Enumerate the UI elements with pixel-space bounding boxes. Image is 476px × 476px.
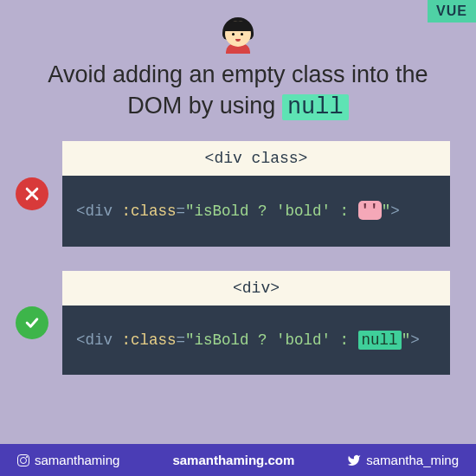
twitter-icon: [347, 453, 361, 467]
website-link[interactable]: samanthaming.com: [172, 453, 294, 467]
title-highlight-null: null: [282, 94, 349, 120]
framework-badge: VUE: [428, 0, 476, 23]
instagram-handle[interactable]: samanthaming: [17, 453, 119, 467]
good-code-block: <div :class="isBold ? 'bold' : null">: [62, 306, 450, 375]
empty-string-badge: '': [358, 201, 382, 220]
title-text: Avoid adding an empty class into the DOM…: [48, 61, 428, 119]
tip-title: Avoid adding an empty class into the DOM…: [35, 59, 441, 124]
good-example: <div> <div :class="isBold ? 'bold' : nul…: [62, 271, 450, 375]
cross-icon: [16, 177, 48, 210]
bad-example: <div class> <div :class="isBold ? 'bold'…: [62, 141, 450, 247]
null-badge: null: [358, 331, 402, 350]
author-avatar: [221, 16, 255, 50]
check-icon: [16, 306, 48, 339]
bad-output-label: <div class>: [62, 141, 450, 176]
footer-bar: samanthaming samanthaming.com samantha_m…: [0, 444, 476, 476]
good-output-label: <div>: [62, 271, 450, 306]
bad-code-block: <div :class="isBold ? 'bold' : ''">: [62, 176, 450, 247]
twitter-handle[interactable]: samantha_ming: [347, 453, 459, 467]
instagram-icon: [17, 454, 29, 466]
